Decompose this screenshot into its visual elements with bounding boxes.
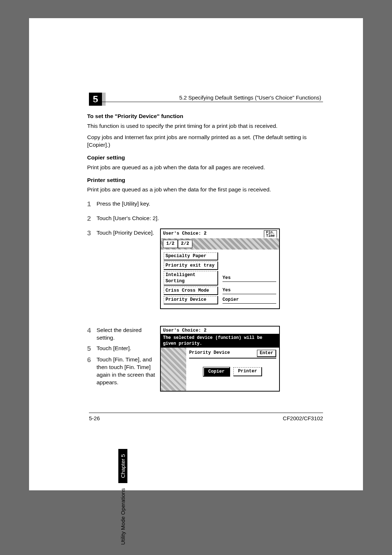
enter-button[interactable]: Enter (257, 350, 276, 357)
step-number: 1 (87, 199, 97, 209)
screen-side-shade (161, 348, 186, 391)
step-number: 6 (87, 355, 97, 365)
page-footer: 5-26 CF2002/CF3102 (89, 413, 323, 421)
option-value: Copier (222, 297, 276, 304)
page-tab-2[interactable]: 2/2 (178, 240, 193, 248)
lcd-screen-2: User's Choice: 2 The selected device (fu… (160, 326, 280, 392)
side-tab: Utility Mode Operations Chapter 5 (118, 449, 127, 545)
option-priority-device[interactable]: Priority Device (164, 296, 218, 304)
lcd-screen-1: User's Choice: 2 Fin. Time 1/2 2/2 Speci… (160, 228, 280, 309)
step-number: 5 (87, 344, 97, 353)
paragraph: Print jobs are queued as a job when the … (87, 164, 323, 171)
step-text: Touch [Priority Device]. (97, 228, 160, 237)
paragraph: Copy jobs and Internet fax print jobs ar… (87, 134, 323, 149)
option-priority-exit-tray[interactable]: Priority exit tray (164, 262, 218, 270)
option-printer[interactable]: Printer (233, 367, 262, 376)
option-specialty-paper[interactable]: Specialty Paper (164, 252, 218, 261)
header-rule (89, 102, 323, 102)
step-text: Touch [Enter]. (97, 344, 160, 352)
step-text: Touch [Fin. Time], and then touch [Fin. … (97, 355, 160, 386)
paragraph: Print jobs are queued as a job when the … (87, 186, 323, 194)
model-number: CF2002/CF3102 (283, 415, 323, 421)
screen-title: User's Choice: 2 (163, 328, 207, 334)
option-criss-cross-mode[interactable]: Criss Cross Mode (164, 287, 218, 295)
subheading-copier-setting: Copier setting (87, 154, 323, 162)
paragraph: This function is used to specify the pri… (87, 122, 323, 130)
screen-section-title: Priority Device (189, 350, 230, 357)
step-number: 2 (87, 214, 97, 223)
side-tab-chapter: Chapter 5 (118, 449, 127, 483)
screen-title: User's Choice: 2 (163, 231, 207, 237)
option-intelligent-sorting[interactable]: Intelligent Sorting (164, 271, 218, 285)
page-number: 5-26 (89, 415, 100, 421)
option-value: Yes (222, 275, 276, 282)
subheading-printer-setting: Printer setting (87, 177, 323, 184)
subheading-priority-device: To set the "Priority Device" function (87, 113, 323, 120)
step-text: Touch [User's Choice: 2]. (97, 214, 323, 222)
page-tab-1[interactable]: 1/2 (163, 240, 178, 248)
step-number: 4 (87, 326, 97, 335)
manual-page: 5 5.2 Specifying Default Settings ("User… (29, 18, 363, 490)
option-copier[interactable]: Copier (203, 367, 230, 376)
section-heading: 5.2 Specifying Default Settings ("User's… (179, 94, 321, 101)
screen-message: The selected device (function) will be g… (161, 334, 279, 348)
procedure-list: 1 Press the [Utility] key. 2 Touch [User… (87, 199, 323, 386)
step-number: 3 (87, 228, 97, 238)
chapter-badge: 5 (89, 93, 102, 106)
option-value: Yes (222, 287, 276, 294)
step-text: Select the desired setting. (97, 326, 160, 342)
side-tab-text: Utility Mode Operations (120, 488, 126, 545)
fin-time-button[interactable]: Fin. Time (264, 230, 277, 238)
body-content: To set the "Priority Device" function Th… (87, 113, 323, 386)
step-text: Press the [Utility] key. (97, 199, 323, 208)
